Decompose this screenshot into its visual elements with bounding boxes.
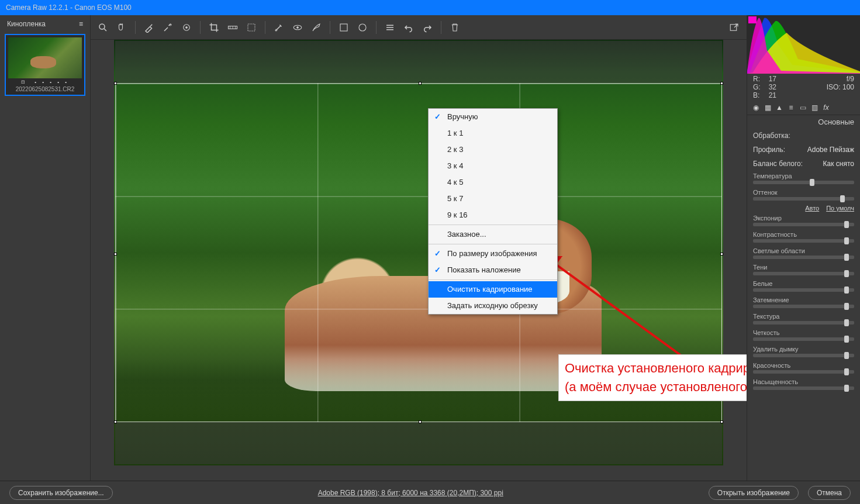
canvas-area[interactable]: Вручную1 к 12 к 33 к 44 к 55 к 79 к 16За… (91, 40, 747, 489)
menu-item[interactable]: 4 к 5 (429, 174, 557, 191)
menu-item[interactable]: 5 к 7 (429, 191, 557, 207)
brush-icon[interactable] (311, 22, 322, 33)
slider-thumb[interactable] (840, 195, 845, 202)
svg-point-14 (359, 24, 366, 31)
slider-thumb[interactable] (844, 303, 849, 310)
crop-handle[interactable] (720, 82, 723, 85)
slider-Светлые области[interactable]: Светлые области (747, 246, 860, 262)
undo-icon[interactable] (403, 22, 414, 33)
slider-Затемнение[interactable]: Затемнение (747, 295, 860, 311)
slider-Температура[interactable]: Температура (747, 171, 860, 187)
filmstrip-header: Кинопленка ≡ (2, 18, 88, 30)
menu-item[interactable]: 2 к 3 (429, 141, 557, 158)
svg-line-1 (104, 29, 106, 31)
crop-handle[interactable] (720, 253, 723, 256)
image-meta-link[interactable]: Adobe RGB (1998); 8 бит; 6000 на 3368 (2… (122, 489, 699, 497)
open-object-icon[interactable] (729, 22, 740, 33)
thumbnail[interactable]: ⊡ • • • • • 20220625082531.CR2 (5, 34, 85, 96)
slider-thumb[interactable] (810, 179, 814, 186)
slider-Насыщенность[interactable]: Насыщенность (747, 377, 860, 393)
slider-thumb[interactable] (844, 336, 849, 343)
tab-lens[interactable]: ▥ (809, 103, 820, 112)
open-image-button[interactable]: Открыть изображение (709, 486, 799, 500)
profile-row[interactable]: Профиль: Adobe Пейзаж (747, 143, 860, 157)
spot-heal-icon[interactable] (274, 22, 284, 33)
crop-handle[interactable] (419, 420, 422, 423)
menu-item[interactable]: По размеру изображения (429, 246, 557, 262)
auto-link[interactable]: Авто (805, 205, 819, 212)
slider-Четкость[interactable]: Четкость (747, 327, 860, 344)
slider-thumb[interactable] (844, 270, 849, 277)
menu-item[interactable]: Очистить кадрирование (429, 281, 557, 298)
tab-split[interactable]: ▭ (797, 103, 808, 112)
transform-icon[interactable] (246, 22, 257, 33)
slider-Текстура[interactable]: Текстура (747, 311, 860, 327)
slider-Тени[interactable]: Тени (747, 262, 860, 278)
crop-handle[interactable] (114, 82, 117, 85)
tab-hsl[interactable]: ≡ (786, 103, 796, 112)
histogram[interactable] (747, 15, 860, 74)
slider-thumb[interactable] (844, 237, 849, 244)
straighten-icon[interactable] (227, 22, 238, 33)
menu-item[interactable]: Заказное... (429, 226, 557, 243)
presets-icon[interactable] (385, 22, 395, 33)
crop-handle[interactable] (419, 82, 422, 85)
menu-item[interactable]: 3 к 4 (429, 158, 557, 174)
eyedropper-icon[interactable] (144, 22, 154, 33)
filmstrip-menu-icon[interactable]: ≡ (79, 20, 83, 28)
svg-point-0 (99, 24, 105, 29)
adjustments-panel: R:17 G:32 B:21 f/9 ISO: 100 ◉ ▦ ▲ ≡ ▭ ▥ … (747, 15, 860, 504)
slider-thumb[interactable] (844, 286, 849, 294)
shadow-clip-icon[interactable] (748, 16, 757, 23)
slider-thumb[interactable] (844, 385, 849, 392)
color-sampler-icon[interactable] (163, 22, 173, 33)
tab-basic[interactable]: ◉ (751, 103, 761, 112)
iso-value: ISO: 100 (827, 83, 854, 91)
svg-point-12 (297, 26, 299, 28)
slider-Экспонир[interactable]: Экспонир (747, 213, 860, 229)
trash-icon[interactable] (450, 22, 460, 33)
thumbnail-rating[interactable]: ⊡ • • • • • (8, 78, 82, 86)
tab-detail[interactable]: ▲ (774, 103, 785, 112)
slider-thumb[interactable] (844, 221, 849, 228)
slider-Контрастность[interactable]: Контрастность (747, 229, 860, 246)
target-adjust-icon[interactable] (181, 22, 192, 33)
thumbnail-image (8, 37, 82, 78)
crop-handle[interactable] (720, 420, 723, 423)
wb-row[interactable]: Баланс белого: Как снято (747, 157, 860, 171)
menu-item[interactable]: 9 к 16 (429, 207, 557, 223)
cancel-button[interactable]: Отмена (808, 486, 851, 500)
svg-point-4 (186, 26, 188, 28)
slider-Оттенок[interactable]: Оттенок (747, 187, 860, 203)
default-link[interactable]: По умолч (826, 205, 854, 212)
crop-icon[interactable] (209, 22, 219, 33)
slider-Белые[interactable]: Белые (747, 278, 860, 295)
slider-Красочность[interactable]: Красочность (747, 360, 860, 377)
crop-handle[interactable] (114, 253, 117, 256)
main-toolbar (91, 15, 747, 40)
menu-item[interactable]: Вручную (429, 109, 557, 125)
menu-item[interactable]: Задать исходную обрезку (429, 298, 557, 314)
tab-curve[interactable]: ▦ (762, 103, 773, 112)
treatment-row[interactable]: Обработка: (747, 129, 860, 143)
save-image-button[interactable]: Сохранить изображение... (9, 486, 113, 500)
radial-icon[interactable] (357, 22, 368, 33)
tab-fx[interactable]: fx (821, 103, 831, 112)
crop-handle[interactable] (114, 420, 117, 423)
panel-title: Основные (747, 115, 860, 129)
auto-row: Авто По умолч (747, 203, 860, 213)
menu-item[interactable]: 1 к 1 (429, 125, 557, 141)
slider-thumb[interactable] (844, 368, 849, 375)
slider-thumb[interactable] (844, 352, 849, 359)
zoom-icon[interactable] (98, 22, 108, 33)
gradient-icon[interactable] (339, 22, 349, 33)
filmstrip-title: Кинопленка (7, 20, 46, 28)
slider-thumb[interactable] (844, 254, 849, 261)
redo-icon[interactable] (422, 22, 433, 33)
slider-thumb[interactable] (844, 319, 849, 326)
hand-icon[interactable] (116, 22, 127, 33)
menu-item[interactable]: Показать наложение (429, 262, 557, 278)
slider-Удалить дымку[interactable]: Удалить дымку (747, 344, 860, 360)
bottom-bar: Сохранить изображение... Adobe RGB (1998… (0, 481, 860, 504)
redeye-icon[interactable] (292, 22, 303, 33)
